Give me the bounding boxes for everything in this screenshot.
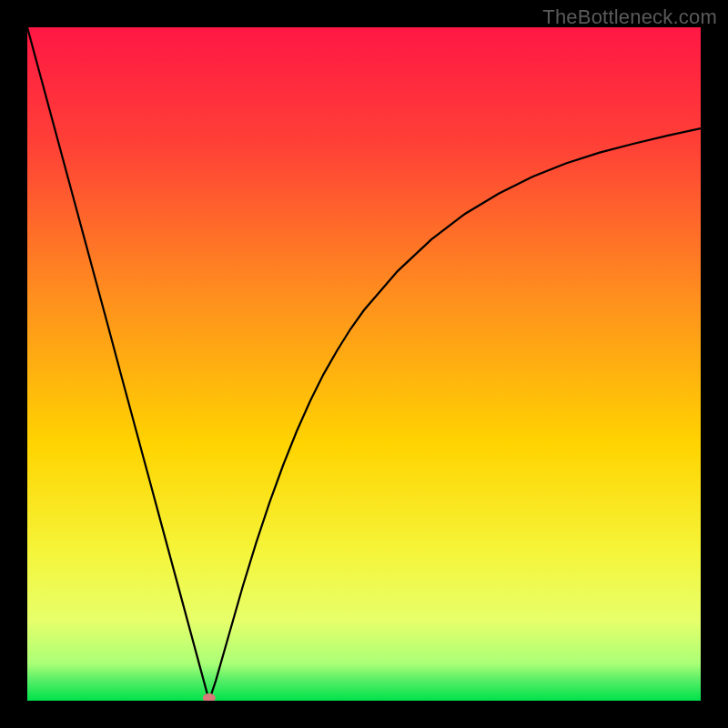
chart-svg xyxy=(27,27,701,701)
gradient-background xyxy=(27,27,701,701)
watermark-label: TheBottleneck.com xyxy=(542,5,717,29)
plot-area xyxy=(27,27,701,701)
chart-frame: TheBottleneck.com xyxy=(0,0,728,728)
